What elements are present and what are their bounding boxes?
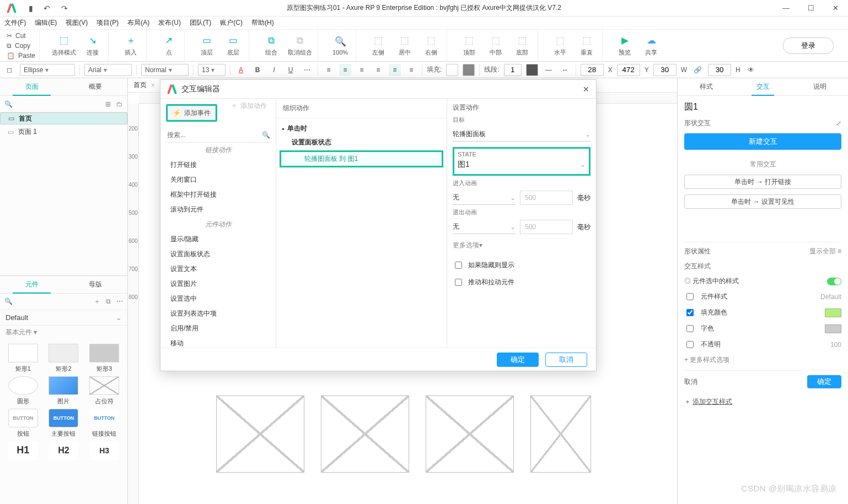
send-back[interactable]: ▭底层	[223, 35, 243, 57]
fill-color-swatch[interactable]	[825, 308, 841, 317]
common-ix-2[interactable]: 单击时 → 设置可见性	[684, 194, 841, 209]
placeholder-shape[interactable]	[426, 395, 514, 473]
placeholder-shape[interactable]	[216, 395, 304, 473]
italic-icon[interactable]: I	[268, 64, 280, 76]
widget-rect1[interactable]: 矩形1	[4, 344, 42, 373]
modal-close-icon[interactable]: ✕	[583, 85, 589, 94]
rp-tab-notes[interactable]: 说明	[791, 78, 848, 95]
action-show-hide[interactable]: 显示/隐藏	[160, 232, 276, 247]
add-folder-icon[interactable]: 🗀	[116, 100, 123, 108]
new-interaction-button[interactable]: 新建交互	[684, 133, 841, 150]
menu-edit[interactable]: 编辑(E)	[35, 18, 57, 28]
minimize-button[interactable]: —	[774, 0, 798, 17]
chk-fill[interactable]	[686, 309, 694, 316]
save-icon[interactable]: ▮	[29, 4, 33, 13]
anim-out-select[interactable]: 无⌄	[453, 220, 516, 234]
h-input[interactable]	[708, 64, 731, 76]
close-button[interactable]: ✕	[823, 0, 848, 17]
event-row[interactable]: ▪单击时	[276, 122, 447, 136]
action-close-window[interactable]: 关闭窗口	[160, 172, 276, 187]
show-all-link[interactable]: 显示全部	[809, 247, 836, 255]
bring-front[interactable]: ▭顶层	[197, 35, 217, 57]
cut-button[interactable]: ✂ Cut	[3, 31, 39, 40]
menu-publish[interactable]: 发布(U)	[158, 18, 181, 28]
action-set-list-selected[interactable]: 设置列表选中项	[160, 306, 276, 321]
zoom-control[interactable]: 🔍100%	[330, 35, 350, 56]
anim-out-duration[interactable]: 500	[520, 220, 573, 234]
add-page-icon[interactable]: ⊞	[105, 100, 111, 108]
valign-b-icon[interactable]: ≡	[405, 64, 417, 76]
tab-outline[interactable]: 概要	[64, 78, 128, 95]
select-mode[interactable]: ⬚选择模式	[52, 35, 76, 57]
page-tree-item[interactable]: ▭首页	[0, 112, 127, 124]
rp-tab-interactions[interactable]: 交互	[734, 78, 791, 95]
shape-select[interactable]: Ellipse	[20, 64, 75, 76]
action-search-input[interactable]	[166, 131, 262, 139]
anim-in-select[interactable]: 无⌄	[453, 191, 516, 205]
action-row[interactable]: 设置面板状态	[276, 136, 447, 149]
widget-image[interactable]: 图片	[45, 376, 83, 405]
chk-push-pull[interactable]	[455, 279, 462, 286]
widget-rect3[interactable]: 矩形3	[85, 344, 123, 373]
visibility-icon[interactable]: 👁	[745, 64, 757, 76]
action-open-link[interactable]: 打开链接	[160, 158, 276, 172]
page-tree-item[interactable]: ▭页面 1	[0, 124, 127, 139]
w-input[interactable]	[653, 64, 677, 76]
action-move[interactable]: 移动	[160, 336, 276, 348]
widget-ellipse[interactable]: 圆形	[4, 376, 42, 405]
widget-rect2[interactable]: 矩形2	[45, 344, 83, 373]
font-select[interactable]: Arial	[84, 64, 132, 76]
lib-more-icon[interactable]: ⋯	[116, 297, 123, 305]
action-enable-disable[interactable]: 启用/禁用	[160, 321, 276, 336]
login-button[interactable]: 登录	[783, 37, 834, 54]
size-select[interactable]: 13	[198, 64, 226, 76]
paste-button[interactable]: 📋 Paste	[3, 51, 39, 60]
lib-stack-icon[interactable]: ⧉	[106, 297, 111, 305]
chk-font-color[interactable]	[686, 325, 694, 332]
action-scroll-to[interactable]: 滚动到元件	[160, 202, 276, 217]
chk-show-if-hidden[interactable]	[455, 262, 462, 269]
ix-settings-icon[interactable]: ⤢	[836, 120, 841, 127]
menu-view[interactable]: 视图(V)	[66, 18, 88, 28]
modal-ok-button[interactable]: 确定	[497, 353, 539, 367]
chk-opacity[interactable]	[686, 341, 694, 348]
font-color-icon[interactable]: A	[235, 64, 247, 76]
menu-help[interactable]: 帮助(H)	[251, 18, 274, 28]
redo-icon[interactable]: ↷	[61, 4, 68, 13]
maximize-button[interactable]: ☐	[798, 0, 823, 17]
placeholder-shape[interactable]	[530, 395, 591, 473]
rp-tab-style[interactable]: 样式	[678, 78, 734, 95]
canvas-tab[interactable]: 首页	[133, 80, 147, 90]
action-target-row[interactable]: 轮播图面板 到 图1	[280, 150, 443, 167]
tab-pages[interactable]: 页面	[0, 78, 64, 95]
valign-m-icon[interactable]: ≡	[389, 64, 401, 76]
insert-tool[interactable]: ＋插入	[121, 35, 141, 57]
tab-masters[interactable]: 母版	[64, 276, 128, 293]
anim-in-duration[interactable]: 500	[520, 191, 573, 205]
line-width-input[interactable]	[504, 64, 522, 76]
group-button[interactable]: ⧉组合	[261, 35, 281, 57]
align-r-icon[interactable]: ≡	[356, 64, 368, 76]
add-event-button[interactable]: ⚡添加事件	[168, 106, 216, 120]
menu-team[interactable]: 团队(T)	[190, 18, 211, 28]
lib-search-icon[interactable]: 🔍	[4, 297, 13, 305]
widget-link-button[interactable]: BUTTON链接按钮	[85, 409, 123, 438]
fill-border-swatch[interactable]	[463, 64, 475, 76]
widget-placeholder[interactable]: 占位符	[85, 376, 123, 405]
widget-h2[interactable]: H2	[45, 441, 83, 460]
menu-project[interactable]: 项目(P)	[96, 18, 119, 28]
lock-aspect-icon[interactable]: 🔗	[691, 64, 704, 76]
menu-arrange[interactable]: 布局(A)	[127, 18, 149, 28]
preview-button[interactable]: ▶预览	[615, 35, 635, 57]
widget-button[interactable]: BUTTON按钮	[4, 409, 42, 438]
align-c-icon[interactable]: ≡	[339, 64, 351, 76]
selected-style-toggle[interactable]	[827, 278, 841, 285]
search-icon[interactable]: 🔍	[4, 100, 13, 108]
action-open-in-frame[interactable]: 框架中打开链接	[160, 187, 276, 202]
placeholder-shape[interactable]	[321, 395, 409, 473]
valign-t-icon[interactable]: ≡	[372, 64, 384, 76]
menu-file[interactable]: 文件(F)	[4, 18, 26, 28]
underline-icon[interactable]: U	[285, 64, 297, 76]
line-style-icon[interactable]: —	[543, 64, 555, 76]
common-ix-1[interactable]: 单击时 → 打开链接	[684, 175, 841, 189]
